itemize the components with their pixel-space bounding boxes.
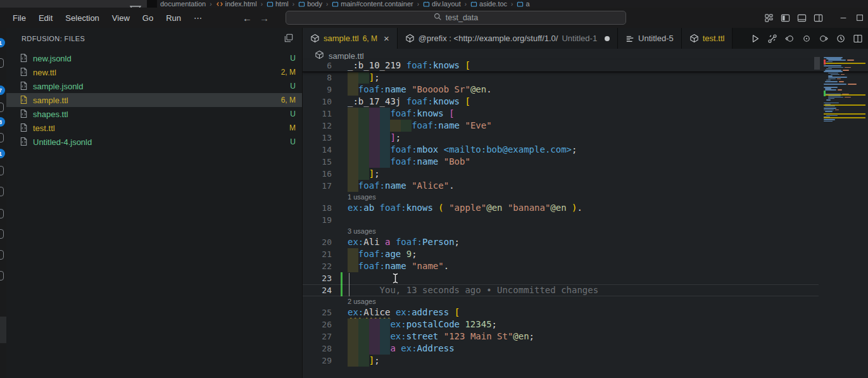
line-number[interactable]: 24 bbox=[303, 284, 332, 296]
run-icon[interactable] bbox=[749, 32, 762, 45]
minimize-icon[interactable] bbox=[835, 13, 852, 22]
codelens-usages[interactable]: 1 usages bbox=[348, 192, 376, 202]
line-number[interactable]: 14 bbox=[303, 144, 332, 156]
line-number[interactable]: 27 bbox=[303, 331, 332, 343]
maximize-icon[interactable] bbox=[852, 13, 868, 22]
code-line[interactable]: 23 bbox=[303, 272, 868, 284]
scrollbar-thumb[interactable] bbox=[814, 57, 820, 70]
activity-badge[interactable]: 7 bbox=[0, 85, 5, 95]
top-breadcrumb-item[interactable]: index.html bbox=[216, 0, 257, 8]
code-line[interactable]: 8]; bbox=[303, 72, 868, 84]
graph-icon[interactable] bbox=[766, 32, 779, 45]
line-number[interactable]: 21 bbox=[303, 248, 332, 260]
line-number[interactable]: 22 bbox=[303, 260, 332, 272]
code-line[interactable]: 26ex:postalCode 12345; bbox=[303, 318, 868, 331]
code-line[interactable]: 6_:b_10_219 foaf:knows [ bbox=[303, 60, 868, 72]
file-item-new.ttl[interactable]: new.ttl2, M bbox=[6, 65, 302, 79]
line-number[interactable]: 12 bbox=[303, 120, 332, 132]
activity-badge[interactable]: 1 bbox=[0, 149, 5, 158]
code-line[interactable]: 29]; bbox=[303, 355, 868, 367]
command-center-search[interactable]: test_data bbox=[286, 11, 626, 25]
file-item-sample.ttl[interactable]: sample.ttl6, M bbox=[6, 93, 302, 107]
activity-item-icon[interactable] bbox=[0, 187, 4, 196]
split-editor-icon[interactable] bbox=[852, 32, 864, 45]
top-breadcrumb-item[interactable]: a bbox=[517, 0, 529, 8]
top-breadcrumb-item[interactable]: html bbox=[267, 0, 289, 8]
top-breadcrumb-item[interactable]: main#content.container bbox=[332, 0, 413, 8]
code-line[interactable]: 10_:b_17_43j foaf:knows [ bbox=[303, 96, 868, 108]
top-breadcrumb-item[interactable]: body bbox=[298, 0, 322, 8]
line-number[interactable]: 19 bbox=[303, 214, 332, 226]
sticky-scroll-line[interactable]: 6_:b_10_219 foaf:knows [ bbox=[303, 60, 868, 72]
code-line[interactable]: 13]; bbox=[303, 132, 868, 144]
menu-selection[interactable]: Selection bbox=[59, 11, 105, 25]
code-line[interactable]: 11foaf:knows [ bbox=[303, 108, 868, 120]
code-line[interactable]: 20ex:Ali a foaf:Person; bbox=[303, 236, 868, 248]
activity-item-icon[interactable] bbox=[0, 209, 4, 218]
menu-edit[interactable]: Edit bbox=[32, 11, 59, 25]
code-line[interactable]: 17foaf:name "Alice". bbox=[303, 180, 868, 192]
panel-bottom-icon[interactable] bbox=[793, 13, 810, 23]
activity-item-icon[interactable] bbox=[0, 250, 4, 260]
layout-grid-icon[interactable] bbox=[760, 13, 777, 23]
tab-test.ttl[interactable]: test.ttl bbox=[682, 28, 733, 49]
minimap[interactable] bbox=[824, 57, 865, 132]
menu-go[interactable]: Go bbox=[136, 11, 160, 25]
tab-sample.ttl[interactable]: sample.ttl6, M× bbox=[303, 28, 398, 49]
menu-run[interactable]: Run bbox=[160, 11, 187, 25]
panel-left-icon[interactable] bbox=[777, 13, 793, 23]
activity-badge[interactable]: 3 bbox=[0, 117, 5, 127]
line-number[interactable]: 11 bbox=[303, 108, 332, 120]
top-breadcrumb-item[interactable]: documentation bbox=[160, 0, 206, 8]
circle-right-icon[interactable] bbox=[817, 32, 830, 45]
top-breadcrumb-item[interactable]: aside.toc bbox=[470, 0, 507, 8]
codelens[interactable]: 1 usages bbox=[303, 192, 868, 202]
codelens-usages[interactable]: 2 usages bbox=[348, 296, 376, 306]
activity-item-icon[interactable] bbox=[0, 58, 4, 68]
tab-untitled-1[interactable]: @prefix : <http://example.org/stuff/1.0/… bbox=[398, 28, 618, 49]
menu-file[interactable]: File bbox=[6, 11, 32, 25]
code-line[interactable]: 9foaf:name "Boooob Sr"@en. bbox=[303, 84, 868, 96]
codelens-usages[interactable]: 3 usages bbox=[348, 226, 376, 236]
panel-right-icon[interactable] bbox=[810, 13, 826, 23]
circle-icon[interactable] bbox=[800, 32, 813, 45]
forward-arrow-icon[interactable]: → bbox=[260, 13, 269, 23]
code-line[interactable]: 27ex:street "123 Main St"@en; bbox=[303, 331, 868, 343]
line-number[interactable]: 15 bbox=[303, 156, 332, 168]
line-number[interactable]: 17 bbox=[303, 180, 332, 192]
code-line[interactable]: 24You, 13 seconds ago • Uncommitted chan… bbox=[303, 284, 868, 296]
line-number[interactable]: 9 bbox=[303, 84, 332, 96]
codelens[interactable]: 3 usages bbox=[303, 226, 868, 236]
menu-view[interactable]: View bbox=[106, 11, 136, 25]
line-number[interactable]: 28 bbox=[303, 343, 332, 355]
back-arrow-icon[interactable]: ← bbox=[242, 13, 252, 23]
file-item-shapes.ttl[interactable]: shapes.ttlU bbox=[6, 107, 302, 121]
close-icon[interactable]: × bbox=[384, 33, 389, 44]
code-line[interactable]: 25ex:Alice ex:address [ bbox=[303, 306, 868, 318]
file-item-Untitled-4.jsonld[interactable]: Untitled-4.jsonldU bbox=[6, 135, 302, 149]
line-number[interactable]: 25 bbox=[303, 306, 332, 318]
line-number[interactable]: 20 bbox=[303, 236, 332, 248]
activity-item-icon[interactable] bbox=[0, 229, 4, 239]
code-line[interactable]: 22foaf:name "name". bbox=[303, 260, 868, 272]
history-icon[interactable] bbox=[834, 32, 847, 45]
menu-[interactable]: ⋯ bbox=[187, 11, 208, 25]
dirty-dot-icon[interactable] bbox=[605, 36, 610, 41]
code-line[interactable]: 21foaf:age 9; bbox=[303, 248, 868, 260]
activity-item-icon[interactable] bbox=[0, 103, 4, 112]
code-line[interactable]: 12foaf:name "Eve" bbox=[303, 120, 868, 132]
line-number[interactable]: 6 bbox=[303, 60, 332, 72]
line-number[interactable]: 29 bbox=[303, 355, 332, 367]
line-number[interactable]: 16 bbox=[303, 168, 332, 180]
line-number[interactable]: 8 bbox=[303, 72, 332, 84]
code-line[interactable]: 18ex:ab foaf:knows ( "apple"@en "banana"… bbox=[303, 202, 868, 214]
line-number[interactable]: 18 bbox=[303, 202, 332, 214]
code-line[interactable]: 16]; bbox=[303, 168, 868, 180]
circle-left-icon[interactable] bbox=[783, 32, 796, 45]
code-editor[interactable]: 7foaf:name "Boooob Jr"@en8];9foaf:name "… bbox=[303, 60, 868, 375]
activity-badge[interactable]: 1 bbox=[0, 38, 5, 47]
codelens[interactable]: 2 usages bbox=[303, 296, 868, 306]
line-number[interactable]: 13 bbox=[303, 132, 332, 144]
line-number[interactable]: 23 bbox=[303, 272, 332, 284]
code-line[interactable]: 14foaf:mbox <mailto:bob@example.com>; bbox=[303, 144, 868, 156]
